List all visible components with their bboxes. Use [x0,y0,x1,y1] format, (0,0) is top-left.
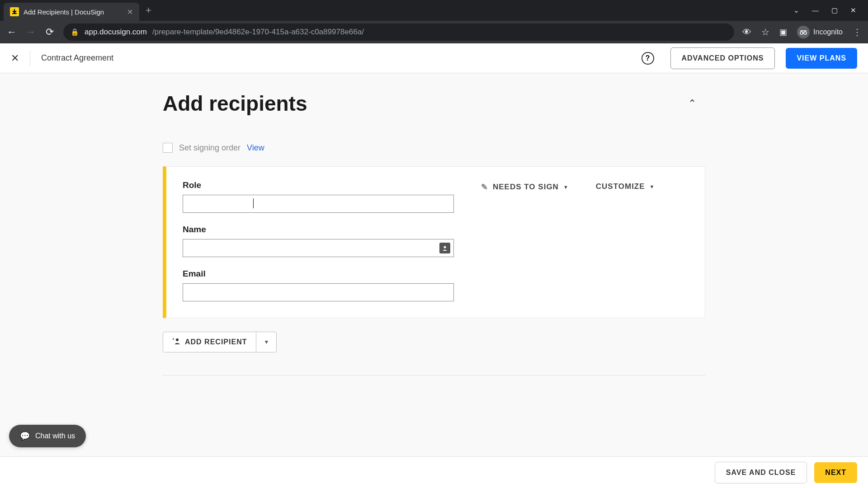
browser-chrome: Add Recipients | DocuSign ✕ + ⌄ ― ▢ ✕ ← … [0,0,868,43]
tab-title: Add Recipients | DocuSign [24,8,123,16]
minimize-icon[interactable]: ― [812,6,819,14]
new-tab-button[interactable]: + [146,5,151,16]
bookmark-icon[interactable]: ☆ [761,27,769,38]
view-plans-button[interactable]: VIEW PLANS [786,48,857,69]
name-input[interactable] [183,239,454,257]
menu-icon[interactable]: ⋮ [853,27,862,38]
set-signing-order-label: Set signing order [179,143,241,153]
save-and-close-button[interactable]: SAVE AND CLOSE [715,462,807,483]
footer-bar: SAVE AND CLOSE NEXT [0,456,868,488]
chevron-down-icon[interactable]: ⌄ [793,6,799,14]
url-path: /prepare-template/9ed4862e-1970-415a-a63… [152,28,364,37]
customize-dropdown[interactable]: CUSTOMIZE ▼ [596,182,655,191]
svg-text:+: + [172,338,175,341]
live-chat-button[interactable]: 💬 Chat with us [9,425,86,447]
maximize-icon[interactable]: ▢ [831,6,838,14]
collapse-section-icon[interactable]: ⌃ [688,98,696,109]
add-recipient-split-button: + ADD RECIPIENT ▼ [163,332,277,352]
caret-down-icon: ▼ [650,184,655,189]
window-controls: ⌄ ― ▢ ✕ [793,6,864,14]
pen-icon: ✎ [481,182,488,192]
help-icon[interactable]: ? [642,52,654,65]
divider [30,50,30,66]
section-title: Add recipients [163,91,688,116]
text-cursor [253,198,254,208]
needs-to-sign-label: NEEDS TO SIGN [493,183,559,192]
contacts-picker-icon[interactable] [439,243,450,253]
panel-icon[interactable]: ▣ [779,27,787,37]
incognito-icon [797,26,810,38]
document-title: Contract Agreement [41,53,113,63]
url-input[interactable]: 🔒 app.docusign.com/prepare-template/9ed4… [63,23,734,41]
tab-close-icon[interactable]: ✕ [127,8,133,16]
reload-button[interactable]: ⟳ [44,26,55,38]
close-window-icon[interactable]: ✕ [850,6,856,14]
add-recipient-more-button[interactable]: ▼ [256,332,276,352]
needs-to-sign-dropdown[interactable]: ✎ NEEDS TO SIGN ▼ [481,182,569,192]
chat-icon: 💬 [20,431,30,441]
back-button[interactable]: ← [6,26,17,38]
svg-point-0 [800,32,803,34]
add-person-icon: + [172,338,180,347]
main-scroll-area[interactable]: Add recipients ⌃ Set signing order View … [0,73,868,456]
tab-bar: Add Recipients | DocuSign ✕ + ⌄ ― ▢ ✕ [0,0,868,21]
chat-label: Chat with us [35,432,75,440]
svg-point-3 [176,338,179,341]
app-header: ✕ Contract Agreement ? ADVANCED OPTIONS … [0,43,868,73]
name-label: Name [183,225,454,235]
section-divider [163,375,705,375]
email-input[interactable] [183,283,454,301]
add-recipient-label: ADD RECIPIENT [185,338,247,346]
lock-icon: 🔒 [71,28,79,36]
forward-button[interactable]: → [25,26,36,38]
svg-point-1 [804,32,807,34]
email-label: Email [183,269,454,279]
next-button[interactable]: NEXT [814,462,857,483]
set-signing-order-checkbox[interactable] [163,143,173,153]
role-input[interactable] [183,195,454,213]
favicon [10,7,19,16]
address-bar: ← → ⟳ 🔒 app.docusign.com/prepare-templat… [0,21,868,43]
customize-label: CUSTOMIZE [596,182,645,191]
recipient-card: Role Name Email [163,166,705,318]
svg-point-2 [444,246,446,249]
close-envelope-button[interactable]: ✕ [11,52,19,64]
role-label: Role [183,180,454,190]
browser-tab[interactable]: Add Recipients | DocuSign ✕ [4,3,139,21]
incognito-label: Incognito [813,28,843,36]
eye-off-icon[interactable]: 👁 [742,27,751,38]
url-host: app.docusign.com [85,28,147,37]
incognito-badge[interactable]: Incognito [797,26,843,38]
add-recipient-button[interactable]: + ADD RECIPIENT [163,332,256,352]
caret-down-icon: ▼ [563,184,569,190]
advanced-options-button[interactable]: ADVANCED OPTIONS [670,47,775,69]
view-order-link[interactable]: View [247,143,264,153]
